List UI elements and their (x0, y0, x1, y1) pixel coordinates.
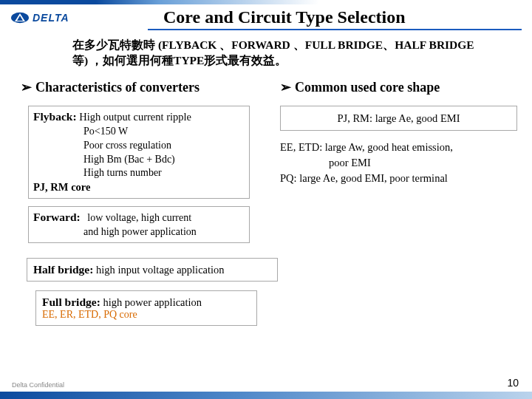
forward-box: Forward: low voltage, high current and h… (28, 206, 250, 243)
forward-line: Forward: low voltage, high current (33, 210, 245, 225)
delta-logo: DELTA (10, 12, 69, 24)
flyback-l4: High Bm (Bac + Bdc) (83, 153, 245, 167)
delta-logo-icon (10, 12, 30, 24)
pj-rm-box: PJ, RM: large Ae, good EMI (280, 106, 517, 131)
full-rest: high power application (103, 296, 202, 308)
content-columns: ➢ Characteristics of converters Flyback:… (0, 69, 532, 250)
half-lead: Half bridge: (33, 263, 93, 276)
flyback-l5: High turns number (83, 166, 245, 180)
flyback-l2: Po<150 W (83, 125, 245, 139)
right-heading: ➢ Common used core shape (280, 79, 517, 95)
flyback-l3: Poor cross regulation (83, 139, 245, 153)
flyback-lead: Flyback: (33, 110, 77, 123)
full-lead: Full bridge: (42, 296, 100, 308)
right-heading-text: Common used core shape (295, 80, 440, 95)
full-line: Full bridge: high power application (42, 296, 250, 309)
bullet-arrow-icon: ➢ (280, 80, 295, 95)
core-notes: EE, ETD: large Aw, good heat emission, p… (280, 140, 517, 186)
half-rest: high input voltage application (96, 264, 225, 276)
note-ee-etd: EE, ETD: large Aw, good heat emission, (280, 140, 517, 155)
header: DELTA Core and Circuit Type Selection (0, 4, 532, 27)
delta-logo-text: DELTA (33, 12, 69, 24)
left-heading-text: Characteristics of converters (35, 80, 200, 95)
left-column: ➢ Characteristics of converters Flyback:… (21, 79, 258, 250)
forward-l1: low voltage, high current (87, 212, 191, 223)
right-column: ➢ Common used core shape PJ, RM: large A… (280, 79, 517, 250)
left-heading: ➢ Characteristics of converters (21, 79, 258, 95)
title-underline (148, 29, 522, 30)
flyback-line: Flyback: High output current ripple (33, 109, 245, 125)
note-ee-etd-2: poor EMI (329, 155, 517, 171)
bullet-arrow-icon: ➢ (21, 80, 35, 95)
note-pq: PQ: large Ae, good EMI, poor terminal (280, 171, 517, 186)
half-bridge-box: Half bridge: high input voltage applicat… (27, 258, 278, 282)
forward-lead: Forward: (33, 211, 81, 223)
full-core: EE, ER, ETD, PQ core (42, 309, 250, 321)
flyback-l1: High output current ripple (79, 111, 191, 123)
slide-title: Core and Circuit Type Selection (77, 7, 522, 27)
full-bridge-box: Full bridge: high power application EE, … (35, 290, 257, 326)
forward-l2: and high power application (83, 225, 245, 239)
flyback-core: PJ, RM core (33, 180, 245, 195)
footer-bar (0, 384, 532, 399)
subtitle-text: 在多少瓦特數時 (FLYBACK 、FORWARD 、FULL BRIDGE、H… (72, 38, 488, 69)
flyback-box: Flyback: High output current ripple Po<1… (28, 106, 250, 199)
